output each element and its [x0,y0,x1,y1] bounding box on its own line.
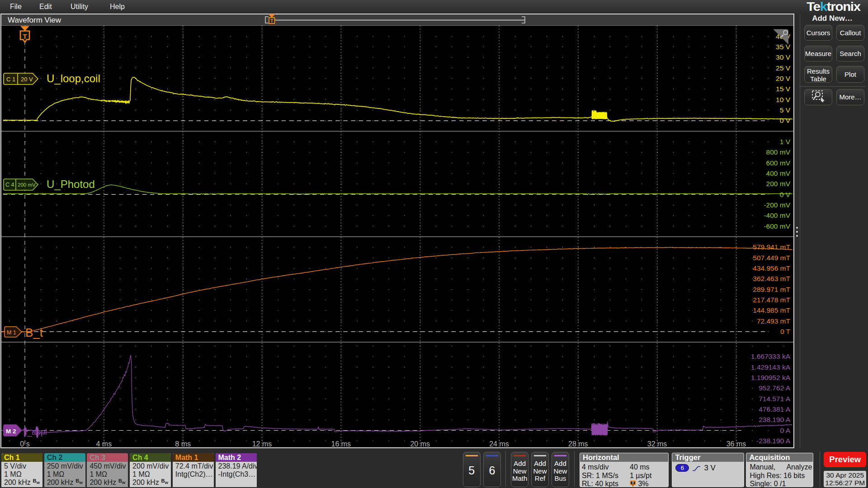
svg-text:20 V: 20 V [776,74,791,82]
svg-text:1.667333 kA: 1.667333 kA [751,352,791,360]
svg-text:0 A: 0 A [780,426,791,434]
svg-text:M 2: M 2 [6,427,16,434]
svg-text:20 V: 20 V [21,76,33,83]
svg-text:-200 mV: -200 mV [764,201,790,209]
svg-text:-238.190 A: -238.190 A [756,437,791,445]
svg-text:434.956 mT: 434.956 mT [753,264,790,272]
svg-text:0 T: 0 T [780,328,791,335]
svg-text:16 ms: 16 ms [331,440,351,447]
svg-text:10 V: 10 V [776,95,791,103]
svg-text:T: T [632,481,634,485]
svg-text:25 V: 25 V [776,64,791,71]
svg-text:600 mV: 600 mV [766,159,791,166]
svg-text:476.381 A: 476.381 A [759,405,790,413]
svg-text:0 s: 0 s [20,440,29,447]
svg-text:579.941 mT: 579.941 mT [753,243,790,251]
svg-text:1.429143 kA: 1.429143 kA [751,363,791,371]
svg-text:U_Photod: U_Photod [47,178,95,190]
svg-text:0 V: 0 V [780,190,791,198]
svg-text:200 mV: 200 mV [18,182,36,188]
svg-text:20 ms: 20 ms [410,440,430,447]
svg-text:5 V: 5 V [780,106,791,113]
svg-text:952.762 A: 952.762 A [759,384,790,392]
svg-text:U_loop,coil: U_loop,coil [47,72,100,84]
svg-text:24 ms: 24 ms [489,440,509,447]
svg-text:217.478 mT: 217.478 mT [753,296,790,304]
svg-text:-600 mV: -600 mV [764,222,790,230]
svg-text:362.463 mT: 362.463 mT [753,275,790,282]
svg-text:15 V: 15 V [776,85,791,93]
svg-text:12 ms: 12 ms [252,440,272,447]
svg-text:28 ms: 28 ms [568,440,588,447]
svg-text:400 mV: 400 mV [766,169,791,177]
svg-text:507.449 mT: 507.449 mT [753,253,790,261]
svg-text:36 ms: 36 ms [726,440,746,447]
svg-text:T: T [270,18,274,23]
svg-text:C 1: C 1 [6,76,15,83]
svg-text:8 ms: 8 ms [175,440,191,447]
svg-text:I_appl: I_appl [25,427,47,436]
svg-text:144.985 mT: 144.985 mT [753,306,790,314]
svg-text:32 ms: 32 ms [647,440,667,447]
svg-text:289.971 mT: 289.971 mT [753,285,790,293]
svg-text:M 1: M 1 [7,329,16,336]
svg-text:-400 mV: -400 mV [764,211,790,219]
svg-text:800 mV: 800 mV [766,148,791,156]
svg-text:714.571 A: 714.571 A [759,394,790,402]
svg-text:1.190952 kA: 1.190952 kA [751,374,791,381]
svg-text:C 4: C 4 [5,182,14,188]
svg-text:30 V: 30 V [776,53,791,61]
svg-text:72.493 mT: 72.493 mT [757,317,791,324]
svg-text:200 mV: 200 mV [766,180,791,188]
svg-text:T: T [23,33,27,40]
svg-text:238.190 A: 238.190 A [759,416,790,423]
svg-text:B_t: B_t [25,325,43,339]
svg-text:4 ms: 4 ms [96,440,112,447]
svg-text:1 V: 1 V [780,137,791,145]
svg-text:0 V: 0 V [780,117,791,124]
